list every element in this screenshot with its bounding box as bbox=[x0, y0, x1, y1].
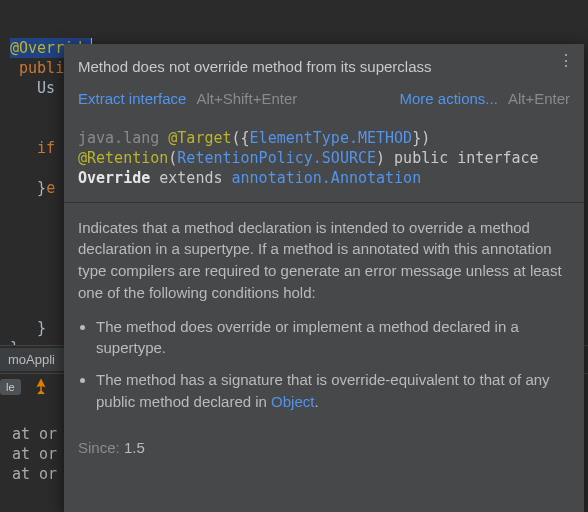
keyword-if: if bbox=[37, 139, 55, 157]
code-brace: } bbox=[37, 179, 46, 197]
error-message: Method does not override method from its… bbox=[78, 56, 570, 78]
javadoc-body: Indicates that a method declaration is i… bbox=[64, 203, 584, 413]
doc-list-item: The method has a signature that is overr… bbox=[96, 369, 570, 413]
retention-annotation: @Retention bbox=[78, 149, 168, 167]
since-value: 1.5 bbox=[124, 439, 145, 456]
extends-keyword: extends bbox=[159, 169, 222, 187]
code-brace: } bbox=[37, 319, 46, 337]
doc-list: The method does override or implement a … bbox=[82, 316, 570, 413]
console-line: at or bbox=[12, 445, 57, 463]
console-line: at or bbox=[12, 425, 57, 443]
popup-header: ⋮ Method does not override method from i… bbox=[64, 44, 584, 120]
run-config-tab[interactable]: moAppli bbox=[0, 348, 64, 371]
quickdoc-popup: ⋮ Method does not override method from i… bbox=[64, 44, 584, 512]
shortcut-hint: Alt+Shift+Enter bbox=[196, 88, 297, 110]
keyword-else-frag: e bbox=[46, 179, 55, 197]
more-actions-link[interactable]: More actions... bbox=[400, 88, 498, 110]
console-line: at or bbox=[12, 465, 57, 483]
declaration-signature: java.lang @Target({ElementType.METHOD}) … bbox=[64, 120, 584, 202]
filter-pill[interactable]: le bbox=[0, 379, 21, 395]
since-section: Since: 1.5 bbox=[64, 423, 584, 467]
element-type-link[interactable]: ElementType.METHOD bbox=[250, 129, 413, 147]
since-label: Since: bbox=[78, 439, 120, 456]
declaration-modifiers: public interface bbox=[394, 149, 539, 167]
extract-interface-action[interactable]: Extract interface bbox=[78, 88, 186, 110]
supertype-link[interactable]: annotation.Annotation bbox=[232, 169, 422, 187]
object-class-link[interactable]: Object bbox=[271, 393, 314, 410]
shortcut-hint: Alt+Enter bbox=[508, 88, 570, 110]
type-name: Override bbox=[78, 169, 150, 187]
target-annotation: @Target bbox=[168, 129, 231, 147]
intention-actions-row: Extract interface Alt+Shift+Enter More a… bbox=[78, 88, 570, 110]
retention-policy-link[interactable]: RetentionPolicy.SOURCE bbox=[177, 149, 376, 167]
package-name: java.lang bbox=[78, 129, 159, 147]
doc-list-item: The method does override or implement a … bbox=[96, 316, 570, 360]
code-fragment: Us bbox=[37, 79, 55, 97]
vcs-branch-icon[interactable] bbox=[33, 379, 49, 395]
more-menu-icon[interactable]: ⋮ bbox=[558, 56, 574, 66]
doc-paragraph: Indicates that a method declaration is i… bbox=[78, 217, 570, 304]
